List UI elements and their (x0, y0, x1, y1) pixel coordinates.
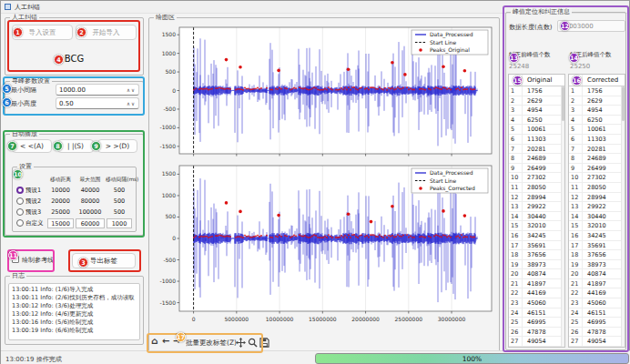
peak-row[interactable]: 720281 (509, 145, 564, 155)
preset-value: 10000 (46, 187, 75, 194)
peak-index: 13 (569, 202, 583, 211)
peak-row[interactable]: 2749054 (569, 337, 625, 347)
peak-row[interactable]: 1228994 (509, 193, 564, 203)
peak-index: 21 (509, 279, 523, 288)
peak-row[interactable]: 2244169 (509, 288, 564, 298)
min-interval-input[interactable]: 1000.00 ∧∨ (56, 84, 139, 96)
peak-row[interactable]: 11756 (569, 86, 625, 96)
home-icon[interactable]: ⌂ (151, 336, 158, 347)
peak-row[interactable]: 510061 (569, 125, 625, 135)
table-scrollbar[interactable] (621, 86, 625, 347)
peak-value: 29922 (583, 202, 625, 211)
peak-row[interactable]: 2040874 (569, 269, 625, 279)
log-line: 13:00:11 Info: (1/6)导入完成 (12, 286, 139, 294)
peak-row[interactable]: 2446151 (509, 308, 564, 318)
peak-row[interactable]: 1329922 (569, 202, 625, 212)
chart-peaks-corrected[interactable]: 150010005000-500-1000-150005000000100000… (156, 161, 496, 330)
peak-row[interactable]: 1027302 (569, 173, 625, 183)
peak-row[interactable]: 510061 (509, 125, 564, 135)
original-peaks-table[interactable]: Original11756226293495446250510061611303… (508, 74, 565, 348)
save-floppy-icon[interactable] (259, 338, 269, 348)
peak-row[interactable]: 1128050 (509, 183, 564, 193)
peak-value: 37656 (523, 250, 564, 259)
peak-row[interactable]: 1634245 (509, 231, 564, 241)
radio-icon[interactable] (16, 219, 24, 227)
peak-row[interactable]: 22629 (569, 96, 625, 106)
peak-row[interactable]: 1837656 (569, 250, 625, 260)
peak-index: 16 (509, 231, 523, 240)
play-prev-button[interactable]: < <(A) (12, 139, 52, 153)
radio-icon[interactable] (16, 208, 24, 216)
peak-row[interactable]: 1837656 (509, 250, 564, 260)
preset-value[interactable]: 60000 (76, 218, 105, 228)
peak-row[interactable]: 1938973 (569, 260, 625, 270)
peak-row[interactable]: 2141897 (509, 279, 564, 289)
peak-row[interactable]: 1735691 (569, 241, 625, 251)
peak-row[interactable]: 22629 (509, 96, 564, 106)
peak-row[interactable]: 1532010 (569, 221, 625, 231)
radio-icon[interactable] (16, 187, 24, 194)
peak-row[interactable]: 34954 (509, 106, 564, 116)
peak-row[interactable]: 1228994 (569, 193, 625, 203)
peak-row[interactable]: 46250 (509, 116, 564, 126)
peak-row[interactable]: 1735691 (509, 241, 564, 251)
peak-row[interactable]: 1027302 (509, 173, 564, 183)
peak-row[interactable]: 2749054 (509, 337, 564, 347)
window-title: 人工纠错 (15, 3, 40, 12)
preset-label: 预设3 (25, 208, 41, 217)
spinner-arrows-icon[interactable]: ∧∨ (127, 101, 136, 106)
peak-row[interactable]: 720281 (569, 145, 625, 155)
batch-edit-labels-button[interactable]: 批量更改标签(Z) (186, 339, 237, 348)
preset-value[interactable]: 1000 (107, 218, 132, 228)
preset-label: 预设2 (25, 197, 41, 206)
peak-row[interactable]: 11756 (509, 86, 564, 96)
peak-row[interactable]: 2546995 (569, 318, 625, 328)
peak-row[interactable]: 2345060 (509, 298, 564, 308)
table-scrollbar[interactable] (561, 86, 564, 347)
peak-row[interactable]: 1938973 (509, 260, 564, 270)
radio-icon[interactable] (16, 197, 24, 205)
preset-radio-row[interactable]: 预设2 (15, 197, 46, 206)
move-pan-icon[interactable] (236, 338, 246, 348)
spinner-arrows-icon[interactable]: ∧∨ (127, 87, 136, 93)
peak-row[interactable]: 2244169 (569, 288, 625, 298)
peak-row[interactable]: 2141897 (569, 279, 625, 289)
peak-value: 27302 (523, 173, 564, 182)
preset-radio-row[interactable]: 自定义 (15, 219, 46, 228)
peak-row[interactable]: 1430440 (569, 212, 625, 222)
peak-row[interactable]: 824689 (569, 154, 625, 164)
peak-row[interactable]: 926499 (509, 164, 564, 174)
peak-row[interactable]: 2647878 (569, 328, 625, 338)
peak-row[interactable]: 824689 (509, 154, 564, 164)
peak-row[interactable]: 2040874 (509, 269, 564, 279)
min-height-input[interactable]: 0.50 ∧∨ (56, 97, 139, 109)
peak-row[interactable]: 1634245 (569, 231, 625, 241)
play-next-button[interactable]: > >(D) (97, 139, 137, 153)
corrected-peaks-table[interactable]: Corrected1175622629349544625051006161130… (568, 74, 625, 348)
peak-row[interactable]: 611303 (569, 135, 625, 145)
peak-row[interactable]: 1329922 (509, 202, 564, 212)
annotation-badge-14: 14 (569, 53, 579, 63)
zoom-magnifier-icon[interactable] (248, 338, 258, 348)
chart-peaks-original[interactable]: 150010005000-500-1000-1500Data_Processed… (156, 23, 496, 159)
preset-radio-row[interactable]: 预设3 (15, 208, 46, 217)
peak-row[interactable]: 1430440 (509, 212, 564, 222)
peak-row[interactable]: 1128050 (569, 183, 625, 193)
preset-value[interactable]: 15000 (47, 218, 74, 228)
preset-radio-row[interactable]: 预设1 (15, 187, 46, 195)
peak-row[interactable]: 2446151 (569, 308, 625, 318)
log-output[interactable]: 13:00:11 Info: (1/6)导入完成13:00:11 Info: (… (8, 283, 140, 340)
back-icon[interactable]: ← (162, 336, 169, 347)
peak-row[interactable]: 2345060 (569, 298, 625, 308)
peak-row[interactable]: 34954 (569, 106, 625, 116)
peak-row[interactable]: 46250 (569, 116, 625, 126)
peak-index: 1 (509, 86, 523, 96)
peak-row[interactable]: 611303 (509, 135, 564, 145)
annotation-badge-1: 1 (13, 27, 23, 37)
peak-row[interactable]: 1532010 (509, 221, 564, 231)
peak-value: 28050 (583, 183, 625, 192)
peak-row[interactable]: 2546995 (509, 318, 564, 328)
play-pause-button[interactable]: | |(S) (57, 139, 94, 153)
peak-row[interactable]: 926499 (569, 164, 625, 174)
peak-row[interactable]: 2647878 (509, 328, 564, 338)
